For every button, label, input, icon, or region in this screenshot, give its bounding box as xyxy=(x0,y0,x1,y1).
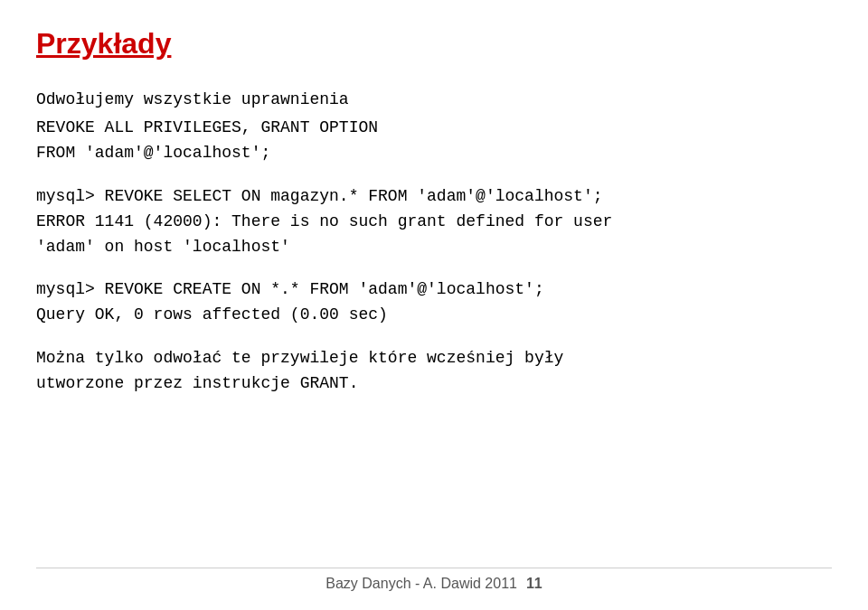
content-block: Odwołujemy wszystkie uprawnienia REVOKE … xyxy=(36,88,832,397)
intro-section: Odwołujemy wszystkie uprawnienia REVOKE … xyxy=(36,88,832,166)
code-line-1: REVOKE ALL PRIVILEGES, GRANT OPTION xyxy=(36,116,832,141)
note-line-2: utworzone przez instrukcje GRANT. xyxy=(36,371,832,397)
mysql-section-2: mysql> REVOKE CREATE ON *.* FROM 'adam'@… xyxy=(36,277,832,328)
note-section: Można tylko odwołać te przywileje które … xyxy=(36,346,832,397)
footer-divider xyxy=(36,568,832,568)
code-line-2: FROM 'adam'@'localhost'; xyxy=(36,141,832,166)
footer-content: Bazy Danych - A. Dawid 2011 11 xyxy=(0,576,868,592)
page-container: Przykłady Odwołujemy wszystkie uprawnien… xyxy=(0,0,868,610)
error-line-2: 'adam' on host 'localhost' xyxy=(36,235,832,260)
mysql-command-1: mysql> REVOKE SELECT ON magazyn.* FROM '… xyxy=(36,184,832,210)
error-line-1: ERROR 1141 (42000): There is no such gra… xyxy=(36,210,832,235)
mysql-section-1: mysql> REVOKE SELECT ON magazyn.* FROM '… xyxy=(36,184,832,260)
footer-text: Bazy Danych - A. Dawid 2011 xyxy=(326,576,517,592)
footer-page-number: 11 xyxy=(526,576,542,592)
page-footer: Bazy Danych - A. Dawid 2011 11 xyxy=(0,568,868,592)
query-result: Query OK, 0 rows affected (0.00 sec) xyxy=(36,303,832,328)
mysql-command-2: mysql> REVOKE CREATE ON *.* FROM 'adam'@… xyxy=(36,277,832,303)
page-title[interactable]: Przykłady xyxy=(36,27,171,61)
note-line-1: Można tylko odwołać te przywileje które … xyxy=(36,346,832,371)
intro-line: Odwołujemy wszystkie uprawnienia xyxy=(36,88,832,112)
